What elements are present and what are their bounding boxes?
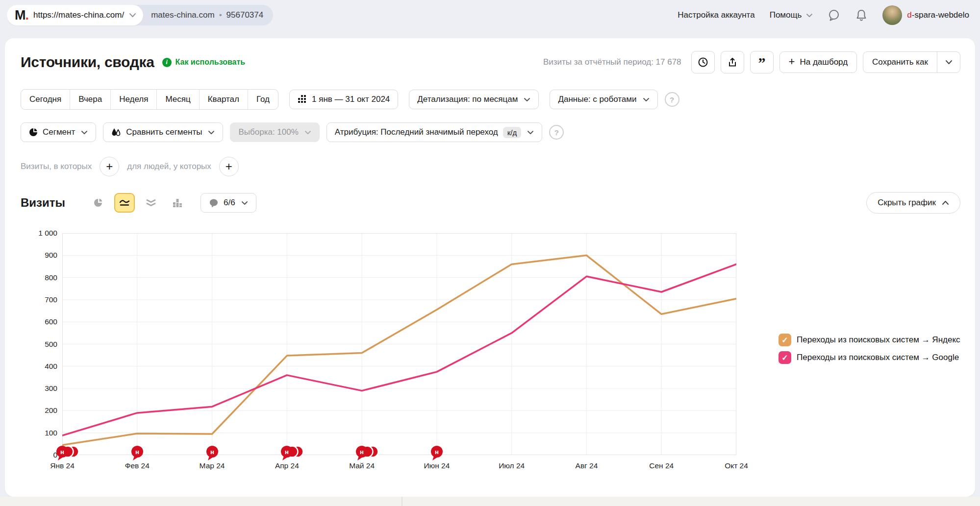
save-as-button[interactable]: Сохранить как <box>863 52 937 72</box>
info-icon: i <box>162 58 172 67</box>
period-month[interactable]: Месяц <box>156 90 199 109</box>
account-settings-link[interactable]: Настройка аккаунта <box>678 10 754 20</box>
svg-text:н: н <box>435 448 439 456</box>
data-mode-chevron-down-icon <box>643 95 650 104</box>
data-mode-help-icon[interactable]: ? <box>665 92 679 107</box>
people-condition-label: для людей, у которых <box>127 162 211 171</box>
note-marker[interactable]: н <box>205 445 221 464</box>
pie-chart-icon[interactable] <box>88 193 108 213</box>
counter-id: 95670374 <box>226 10 264 20</box>
api-request-button[interactable]: ” <box>750 51 774 73</box>
compare-segments-dropdown[interactable]: Сравнить сегменты <box>103 122 223 142</box>
legend-item[interactable]: ✓Переходы из поисковых систем → Google <box>779 351 959 364</box>
y-tick-label: 0 <box>21 451 57 459</box>
user-menu[interactable]: d-spara-webdelo <box>882 5 969 25</box>
x-tick-label: Июл 24 <box>482 461 541 470</box>
segment-filter-row: Сегмент Сравнить сегменты Выборка: 100% … <box>21 122 960 142</box>
counter-selector[interactable]: M. https://mates-china.com/ mates-china.… <box>7 5 273 25</box>
x-tick-label: Окт 24 <box>707 461 766 470</box>
note-marker[interactable]: н <box>280 445 306 464</box>
date-range-button[interactable]: 1 янв — 31 окт 2024 <box>289 90 398 109</box>
counter-separator: • <box>219 10 222 20</box>
legend-label: Переходы из поисковых систем → Google <box>797 353 959 362</box>
top-bar: M. https://mates-china.com/ mates-china.… <box>0 0 980 30</box>
legend-checkbox[interactable]: ✓ <box>779 334 791 346</box>
chat-icon[interactable] <box>828 9 840 22</box>
svg-text:”: ” <box>758 57 765 68</box>
attribution-help-icon[interactable]: ? <box>549 125 564 140</box>
note-marker[interactable]: н <box>430 445 446 464</box>
metric-section-row: Визиты <box>21 192 960 214</box>
schedule-button[interactable] <box>691 51 715 73</box>
y-tick-label: 900 <box>21 251 57 260</box>
svg-text:н: н <box>60 448 64 456</box>
annotation-bubble-icon <box>209 198 219 208</box>
sampling-chevron-down-icon <box>304 127 311 137</box>
add-visit-condition-button[interactable]: + <box>100 157 119 176</box>
line-chart-plot[interactable] <box>62 233 736 455</box>
export-button[interactable] <box>721 51 744 73</box>
hide-chart-button[interactable]: Скрыть график <box>866 192 960 214</box>
period-filter-row: Сегодня Вчера Неделя Месяц Квартал Год 1… <box>21 89 960 110</box>
hide-chart-chevron-up-icon <box>942 198 949 208</box>
line-chart-icon[interactable] <box>114 193 135 213</box>
segment-pie-icon <box>29 128 38 137</box>
y-tick-label: 500 <box>21 340 57 349</box>
add-to-dashboard-button[interactable]: + На дашборд <box>779 51 857 73</box>
visits-summary: Визиты за отчётный период: 17 678 <box>543 57 681 67</box>
note-marker[interactable]: н <box>355 445 381 464</box>
top-bar-right: Настройка аккаунта Помощь d-spara-webdel… <box>678 5 969 25</box>
metric-title: Визиты <box>21 196 65 210</box>
period-today[interactable]: Сегодня <box>21 90 70 109</box>
how-to-use-link[interactable]: i Как использовать <box>162 58 246 67</box>
annotations-dropdown[interactable]: 6/6 <box>201 193 256 213</box>
site-url-dropdown[interactable]: M. https://mates-china.com/ <box>7 5 143 25</box>
plus-icon: + <box>789 56 795 67</box>
chart-region: 01002003004005006007008009001 000 Янв 24… <box>21 223 960 500</box>
metrica-logo-dot: . <box>25 8 29 23</box>
help-menu[interactable]: Помощь <box>770 10 813 20</box>
detail-chevron-down-icon <box>524 95 530 104</box>
help-chevron-down-icon <box>806 10 813 20</box>
url-chevron-down-icon[interactable] <box>129 11 136 20</box>
bell-icon[interactable] <box>855 9 868 22</box>
sampling-dropdown[interactable]: Выборка: 100% <box>230 122 319 142</box>
bar-chart-icon[interactable] <box>167 193 188 213</box>
legend-checkbox[interactable]: ✓ <box>779 351 791 364</box>
metrica-logo: M. <box>15 8 28 23</box>
legend-item[interactable]: ✓Переходы из поисковых систем → Яндекс <box>779 334 960 346</box>
avatar[interactable] <box>882 5 902 25</box>
period-year[interactable]: Год <box>248 90 278 109</box>
counter-site: mates-china.com <box>151 10 214 20</box>
segment-dropdown[interactable]: Сегмент <box>21 122 96 142</box>
note-marker[interactable]: н <box>130 445 146 464</box>
attribution-dropdown[interactable]: Атрибуция: Последний значимый переход к/… <box>327 122 542 142</box>
annotations-chevron-down-icon <box>241 198 248 208</box>
y-tick-label: 300 <box>21 384 57 393</box>
period-week[interactable]: Неделя <box>110 90 156 109</box>
attribution-chevron-down-icon <box>527 127 534 137</box>
svg-text:н: н <box>210 448 214 456</box>
save-as-chevron[interactable] <box>937 52 960 72</box>
condition-row: Визиты, в которых + для людей, у которых… <box>21 157 960 176</box>
svg-text:н: н <box>135 448 139 456</box>
table-column-divider <box>402 497 402 506</box>
visits-condition-label: Визиты, в которых <box>21 162 92 171</box>
y-tick-label: 400 <box>21 362 57 371</box>
y-tick-label: 600 <box>21 317 57 326</box>
note-marker[interactable]: н <box>55 445 82 464</box>
y-tick-label: 100 <box>21 429 57 437</box>
area-chart-icon[interactable] <box>141 193 161 213</box>
x-tick-label: Сен 24 <box>632 461 691 470</box>
title-actions: Визиты за отчётный период: 17 678 ” + На… <box>543 51 960 73</box>
quotes-icon: ” <box>756 57 768 68</box>
add-people-condition-button[interactable]: + <box>219 157 239 176</box>
y-tick-label: 200 <box>21 406 57 415</box>
y-tick-label: 800 <box>21 273 57 282</box>
period-yesterday[interactable]: Вчера <box>70 90 110 109</box>
data-mode-dropdown[interactable]: Данные: с роботами <box>550 90 657 109</box>
x-tick-label: Авг 24 <box>557 461 616 470</box>
period-quarter[interactable]: Квартал <box>199 90 248 109</box>
title-row: Источники, сводка i Как использовать Виз… <box>21 51 960 73</box>
detail-dropdown[interactable]: Детализация: по месяцам <box>409 90 539 109</box>
